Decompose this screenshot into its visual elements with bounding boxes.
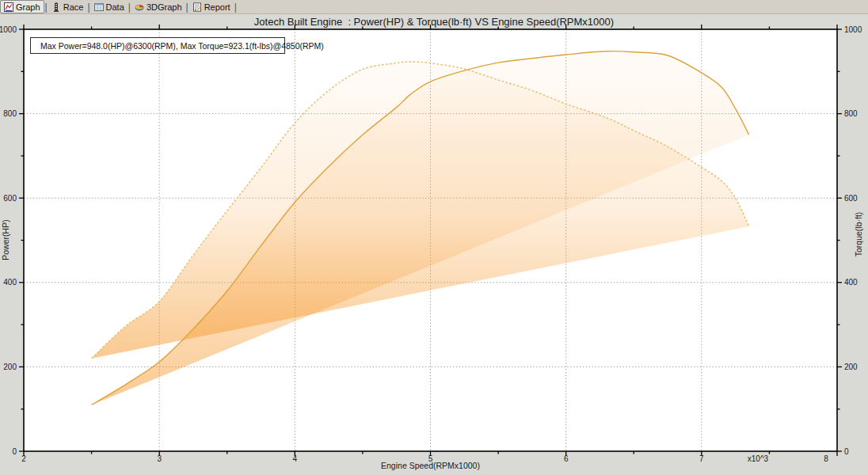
y-axis-label-right: Torque(lb·ft) <box>854 212 863 257</box>
y-tick-label-right: 600 <box>844 194 858 203</box>
tab-separator: | <box>128 2 131 13</box>
3d-graph-icon <box>135 2 144 12</box>
report-icon <box>192 2 202 12</box>
y-axis-label-left: Power(HP) <box>1 219 10 260</box>
y-tick-label-left: 200 <box>3 363 17 371</box>
x-tick-label: 2 <box>21 454 26 463</box>
tab-data[interactable]: Data <box>91 1 128 13</box>
x-tick-label: 8 <box>824 454 828 463</box>
tab-separator: | <box>87 2 89 13</box>
tab-report-label: Report <box>204 2 230 12</box>
tab-graph-label: Graph <box>16 2 40 12</box>
tab-bar: Graph | Race | Data | <box>0 0 868 14</box>
chart-title: Jotech Built Engine : Power(HP) & Torque… <box>0 16 868 28</box>
y-tick-label-right: 400 <box>844 278 858 287</box>
tab-3dgraph[interactable]: 3DGraph <box>131 1 185 13</box>
y-tick-label-right: 800 <box>844 109 858 118</box>
y-tick-label-left: 800 <box>3 109 17 118</box>
x-tick-label: 7 <box>699 454 704 463</box>
x-tick-label: 3 <box>157 454 162 463</box>
tab-graph[interactable]: Graph <box>0 0 44 13</box>
tab-3dgraph-label: 3DGraph <box>147 2 182 12</box>
tab-separator: | <box>186 2 188 13</box>
tab-data-label: Data <box>106 2 124 12</box>
y-tick-label-right: 0 <box>844 447 849 456</box>
data-table-icon <box>94 2 104 12</box>
tab-separator: | <box>45 2 48 13</box>
tab-separator: | <box>234 2 237 13</box>
tab-race[interactable]: Race <box>48 1 87 13</box>
x-scale-note: x10^3 <box>748 454 769 463</box>
y-tick-label-left: 600 <box>3 194 17 203</box>
tab-report[interactable]: Report <box>189 1 234 13</box>
graph-icon <box>4 2 13 12</box>
x-tick-label: 6 <box>564 454 569 463</box>
y-tick-label-left: 0 <box>12 447 17 456</box>
x-axis-label: Engine Speed(RPMx1000) <box>381 461 480 470</box>
legend: Max Power=948.0(HP)@6300(RPM), Max Torqu… <box>30 37 285 54</box>
x-tick-label: 4 <box>293 454 298 463</box>
race-tree-icon <box>51 2 61 12</box>
y-tick-label-left: 400 <box>3 278 17 287</box>
dyno-chart: 2345678002002004004006006008008001000100… <box>0 0 868 475</box>
tab-race-label: Race <box>63 2 84 12</box>
legend-text: Max Power=948.0(HP)@6300(RPM), Max Torqu… <box>40 41 324 51</box>
dyno-software-window: Graph | Race | Data | <box>0 0 868 475</box>
y-tick-label-right: 200 <box>844 363 858 371</box>
